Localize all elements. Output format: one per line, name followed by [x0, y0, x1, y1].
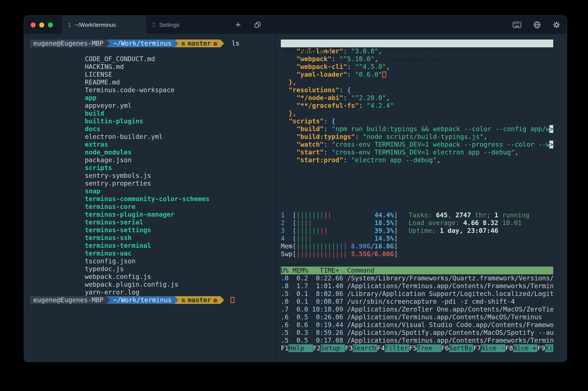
- terminal-line: "build:typings": "node scripts/build-typ…: [281, 133, 553, 141]
- nano-title-bar: GNU nano 4.5 package.json: [281, 40, 553, 47]
- terminal-line: .5 0.5 0:17.08 /Applications/Terminus.ap…: [281, 337, 553, 344]
- text-segment: /Applications/Visual Studio Code.app/Con…: [347, 321, 553, 329]
- fkey-number: F6: [441, 344, 449, 352]
- keyboard-icon[interactable]: [513, 22, 521, 28]
- tab-settings[interactable]: 2 Settings: [146, 16, 230, 34]
- new-tab-button[interactable]: +: [230, 16, 246, 34]
- file-name: yarn-error.log: [85, 289, 140, 296]
- fkey-number: F9: [537, 344, 545, 352]
- terminal-line: .6 0.5 0:26.06 /Applications/Terminus.ap…: [281, 313, 553, 321]
- text-segment: "*/node-abi": [296, 94, 343, 102]
- text-segment: Mem: [281, 242, 293, 250]
- htop-fkey-button[interactable]: F6SortBy: [441, 344, 473, 352]
- ls-output: CODE_OF_CONDUCT.md HACKING.md LICENSE RE…: [30, 47, 275, 296]
- process-table: .0 0.2 0:22.66 /System/Library/Framework…: [281, 274, 553, 344]
- htop-fkey-button[interactable]: F9Kill: [537, 344, 553, 352]
- nano-buffer: "val-loader": "3.0.0", "webpack": "^5.18…: [281, 47, 553, 164]
- terminal-line: Swp[|||||||||||||5.55G/6.00G]: [281, 250, 398, 258]
- powerline-arrow: [175, 40, 178, 47]
- tab-title: Settings: [159, 22, 179, 28]
- htop-fkey-button[interactable]: F4Filter: [377, 344, 409, 352]
- settings-gear-icon[interactable]: [553, 21, 560, 28]
- text-segment: ||: [339, 242, 347, 250]
- text-segment: 645: [436, 211, 447, 219]
- file-name: appveyor.yml: [85, 102, 132, 109]
- file-name: typedoc.js: [85, 265, 124, 273]
- text-segment: ||: [320, 227, 328, 235]
- htop-fkey-button[interactable]: F2Setup: [313, 344, 345, 352]
- fkey-label: SortBy: [449, 344, 473, 352]
- text-segment: ]: [394, 211, 398, 219]
- terminal-line: "resolutions": {: [281, 86, 553, 94]
- text-segment: 1: [281, 211, 293, 219]
- file-name: terminus-core: [85, 203, 136, 210]
- powerline-arrow: [220, 296, 224, 304]
- text-segment: /Applications/Terminus.app/Contents/Fram…: [347, 337, 553, 344]
- text-segment: ]: [394, 227, 398, 235]
- terminal-line: .5 0.1 8:02.06 /Library/Application Supp…: [281, 290, 553, 298]
- file-name: build: [85, 109, 104, 117]
- fkey-label: Setup: [321, 344, 345, 352]
- htop-fkey-button[interactable]: F7Nice -: [473, 344, 505, 352]
- nano-shortcut: ^XExit: [281, 180, 335, 187]
- window-controls: [24, 22, 62, 27]
- text-segment: :: [343, 156, 351, 164]
- typed-command: ls: [232, 40, 240, 47]
- terminal-line: "build": "npm run build:typings && webpa…: [281, 125, 553, 133]
- file-name: docs: [85, 125, 100, 133]
- process-table-header[interactable]: U% MEM% TIME+ Command: [281, 267, 553, 274]
- text-segment: "4.2.4": [367, 102, 394, 109]
- htop-meters-area: 1 [|||||||||44.4%]2 [||||18.5%]3 [||||||…: [281, 211, 553, 258]
- terminal-line: .8 1.7 1:01.40 /Applications/Terminus.ap…: [281, 282, 553, 290]
- htop-fkey-button[interactable]: F5Tree: [409, 344, 441, 352]
- nano-shortcut: ^WWhere Is: [390, 172, 444, 180]
- text-segment: [: [293, 227, 296, 235]
- fkey-number: F2: [313, 344, 321, 352]
- close-button[interactable]: [31, 22, 36, 27]
- text-segment: "watch": [296, 141, 324, 148]
- prompt-cwd: ~/Work/terminus: [110, 296, 175, 304]
- text-segment: /16.0G: [371, 242, 394, 250]
- text-segment: |||||||: [296, 211, 324, 219]
- text-segment: "^2.20.0": [351, 94, 386, 102]
- terminal-line: .6 0.6 0:19.44 /Applications/Visual Stud…: [281, 321, 553, 329]
- text-segment: [312, 219, 374, 227]
- text-segment: .6 0.6 0:19.44: [281, 321, 347, 329]
- text-segment: /Applications/Terminus.app/Contents/MacO…: [347, 313, 542, 321]
- zoom-button[interactable]: [48, 22, 53, 27]
- terminus-window: 1 ~/Work/terminus 2 Settings +: [24, 16, 567, 362]
- terminal-pane-left[interactable]: eugene@Eugenes-MBP ~/Work/terminus ⇅ mas…: [24, 34, 275, 362]
- text-segment: 8.90G: [351, 242, 370, 250]
- tab-terminal[interactable]: 1 ~/Work/terminus: [62, 16, 146, 34]
- duplicate-tab-icon[interactable]: [254, 21, 261, 28]
- globe-icon[interactable]: [533, 21, 541, 28]
- text-segment: [347, 250, 351, 258]
- minimize-button[interactable]: [39, 22, 44, 27]
- text-segment: "^4.5.0": [355, 63, 386, 71]
- file-name: electron-builder.yml: [85, 133, 163, 140]
- tab-index: 2: [152, 22, 155, 28]
- htop-fkey-button[interactable]: F8Nice +: [505, 344, 537, 352]
- text-segment: 1: [494, 211, 498, 219]
- text-segment: Uptime:: [409, 227, 440, 235]
- htop-view: 1 [|||||||||44.4%]2 [||||18.5%]3 [||||||…: [281, 211, 553, 352]
- file-name: app: [85, 94, 96, 101]
- tab-title: ~/Work/terminus: [75, 22, 116, 28]
- htop-fkey-button[interactable]: F3Search: [345, 344, 377, 352]
- file-name: CODE_OF_CONDUCT.md: [85, 55, 155, 63]
- text-segment: [281, 133, 296, 141]
- text-segment: ]: [394, 219, 398, 227]
- fkey-label: Tree: [417, 344, 441, 352]
- text-segment: Tasks:: [409, 211, 436, 219]
- file-name: scripts: [85, 164, 112, 172]
- text-segment: 39.3%: [374, 227, 394, 235]
- nano-shortcut-bar: ^GGet Help ^OWrite Out ^WWhere Is ^KCut …: [281, 172, 553, 187]
- powerline-arrow: [106, 296, 110, 304]
- text-segment: [382, 72, 386, 78]
- terminal-line: "watch": "cross-env TERMINUS_DEV=1 webpa…: [281, 141, 553, 148]
- terminal-pane-right[interactable]: GNU nano 4.5 package.json "val-loader": …: [276, 34, 567, 362]
- text-segment: |||: [296, 235, 308, 242]
- text-segment: |: [308, 235, 312, 242]
- text-segment: /System/Library/Frameworks/Quartz.framew…: [347, 274, 553, 282]
- htop-fkey-button[interactable]: F1Help: [281, 344, 313, 352]
